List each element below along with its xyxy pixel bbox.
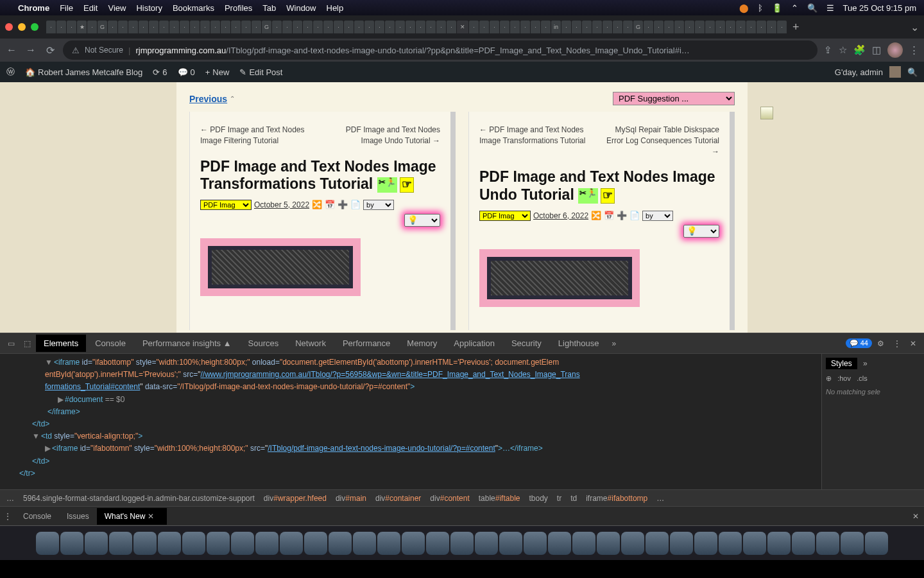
browser-tab[interactable]: in bbox=[551, 21, 561, 33]
address-bar[interactable]: ⚠ Not Secure | rjmprogramming.com.au/ITb… bbox=[63, 40, 817, 60]
prev-post-link[interactable]: ← PDF Image and Text Nodes Image Transfo… bbox=[479, 125, 595, 157]
wp-search-icon[interactable]: 🔍 bbox=[907, 67, 918, 77]
browser-tab[interactable]: · bbox=[767, 21, 776, 33]
more-styles-icon[interactable]: » bbox=[863, 359, 868, 368]
menu-help[interactable]: Help bbox=[327, 3, 344, 13]
browser-tab[interactable]: · bbox=[654, 21, 663, 33]
wp-avatar[interactable] bbox=[889, 66, 901, 78]
tab-memory[interactable]: Memory bbox=[399, 335, 445, 352]
browser-tab[interactable]: · bbox=[344, 21, 354, 33]
post-thumbnail[interactable] bbox=[479, 249, 640, 307]
browser-tab[interactable]: · bbox=[252, 21, 261, 33]
browser-tab[interactable]: · bbox=[613, 21, 622, 33]
minimize-button[interactable] bbox=[18, 23, 26, 31]
dock-app[interactable] bbox=[816, 532, 839, 555]
dock-app[interactable] bbox=[548, 532, 571, 555]
browser-tab[interactable]: · bbox=[664, 21, 674, 33]
browser-tab[interactable]: · bbox=[561, 21, 571, 33]
crumb[interactable]: … bbox=[6, 494, 14, 503]
dock-app[interactable] bbox=[767, 532, 791, 555]
crumb[interactable]: tr bbox=[557, 494, 561, 503]
browser-tab[interactable]: · bbox=[200, 21, 210, 33]
browser-tab[interactable]: · bbox=[293, 21, 302, 33]
browser-tab[interactable]: · bbox=[623, 21, 633, 33]
browser-tab[interactable]: · bbox=[426, 21, 436, 33]
browser-tab[interactable]: · bbox=[241, 21, 251, 33]
crumb[interactable]: 5964.single-format-standard.logged-in.ad… bbox=[23, 494, 255, 503]
close-icon[interactable]: ✕ bbox=[148, 512, 154, 521]
browser-tab[interactable]: · bbox=[128, 21, 138, 33]
menu-history[interactable]: History bbox=[136, 3, 162, 13]
wp-new[interactable]: + New bbox=[205, 67, 230, 77]
new-tab-button[interactable]: + bbox=[792, 21, 800, 34]
browser-tab-active[interactable]: ✕ bbox=[457, 21, 468, 33]
drawer-close-icon[interactable]: ✕ bbox=[912, 512, 919, 521]
cut-icon[interactable]: ✂🏃 bbox=[377, 177, 397, 193]
browser-tab[interactable]: · bbox=[67, 21, 76, 33]
calendar-icon[interactable]: 📅 bbox=[325, 200, 335, 209]
browser-tab[interactable]: · bbox=[190, 21, 200, 33]
browser-tab[interactable]: · bbox=[375, 21, 384, 33]
wp-updates[interactable]: ⟳ 6 bbox=[153, 67, 167, 77]
dock-app[interactable] bbox=[231, 532, 254, 555]
crumb[interactable]: div#wrapper.hfeed bbox=[264, 494, 327, 503]
dock-app[interactable] bbox=[450, 532, 474, 555]
calendar-icon[interactable]: 📅 bbox=[604, 211, 614, 220]
dock-app[interactable] bbox=[621, 532, 644, 555]
browser-tab[interactable]: · bbox=[159, 21, 169, 33]
dom-tree[interactable]: ▼<iframe id="ifabottomp" style="width:10… bbox=[0, 354, 821, 489]
hov-toggle[interactable]: :hov bbox=[837, 374, 851, 382]
browser-tab[interactable]: · bbox=[705, 21, 715, 33]
browser-tab[interactable]: · bbox=[469, 21, 479, 33]
browser-tab[interactable]: · bbox=[354, 21, 364, 33]
browser-tab[interactable]: · bbox=[572, 21, 581, 33]
browser-tab[interactable]: · bbox=[416, 21, 425, 33]
app-name[interactable]: Chrome bbox=[18, 3, 49, 13]
tab-security[interactable]: Security bbox=[504, 335, 549, 352]
wifi-icon[interactable]: ⌃ bbox=[791, 3, 798, 13]
browser-tab[interactable]: ★ bbox=[77, 21, 87, 33]
dock-app[interactable] bbox=[719, 532, 742, 555]
previous-link[interactable]: Previous bbox=[189, 94, 227, 104]
spotlight-icon[interactable]: 🔍 bbox=[807, 3, 817, 13]
dock-app[interactable] bbox=[109, 532, 132, 555]
crumb[interactable]: table#iftable bbox=[479, 494, 520, 503]
by-select[interactable]: by bbox=[363, 200, 394, 210]
browser-tab[interactable]: · bbox=[323, 21, 333, 33]
browser-tab[interactable]: · bbox=[395, 21, 405, 33]
browser-tab[interactable]: · bbox=[746, 21, 756, 33]
dock-app[interactable] bbox=[646, 532, 669, 555]
dock-app[interactable] bbox=[694, 532, 717, 555]
tab-perf-insights[interactable]: Performance insights ▲ bbox=[135, 335, 239, 352]
next-post-link[interactable]: PDF Image and Text Nodes Image Undo Tuto… bbox=[325, 125, 440, 146]
doc-icon[interactable]: 📄 bbox=[629, 211, 640, 220]
pdf-suggestion-select[interactable]: PDF Suggestion ... bbox=[613, 92, 735, 105]
dock-app[interactable] bbox=[329, 532, 352, 555]
browser-tab[interactable]: · bbox=[674, 21, 684, 33]
cut-icon[interactable]: ✂🏃 bbox=[578, 188, 598, 204]
crumb[interactable]: iframe#ifabottomp bbox=[586, 494, 647, 503]
sidepanel-icon[interactable]: ◫ bbox=[872, 44, 881, 56]
browser-tab[interactable]: · bbox=[139, 21, 148, 33]
browser-tab[interactable]: · bbox=[726, 21, 735, 33]
prev-post-link[interactable]: ← PDF Image and Text Nodes Image Filteri… bbox=[200, 125, 316, 146]
browser-tab[interactable]: · bbox=[715, 21, 725, 33]
dock-app[interactable] bbox=[743, 532, 766, 555]
dock-app[interactable] bbox=[841, 532, 864, 555]
browser-tab[interactable]: · bbox=[118, 21, 128, 33]
browser-tab[interactable]: · bbox=[231, 21, 241, 33]
drawer-whatsnew[interactable]: What's New ✕ bbox=[97, 508, 167, 525]
menu-edit[interactable]: Edit bbox=[83, 3, 98, 13]
shuffle-icon[interactable]: 🔀 bbox=[312, 200, 322, 209]
status-icon[interactable]: ⬤ bbox=[739, 3, 749, 13]
browser-tab[interactable]: · bbox=[87, 21, 97, 33]
dock-app[interactable] bbox=[60, 532, 83, 555]
browser-tab[interactable]: · bbox=[108, 21, 117, 33]
crumb[interactable]: … bbox=[656, 494, 664, 503]
cls-toggle[interactable]: .cls bbox=[857, 374, 868, 382]
bookmark-icon[interactable]: ☆ bbox=[839, 44, 847, 56]
browser-tab[interactable]: · bbox=[56, 21, 66, 33]
doc-icon[interactable]: 📄 bbox=[350, 200, 361, 209]
menu-view[interactable]: View bbox=[108, 3, 126, 13]
browser-tab[interactable]: · bbox=[334, 21, 343, 33]
